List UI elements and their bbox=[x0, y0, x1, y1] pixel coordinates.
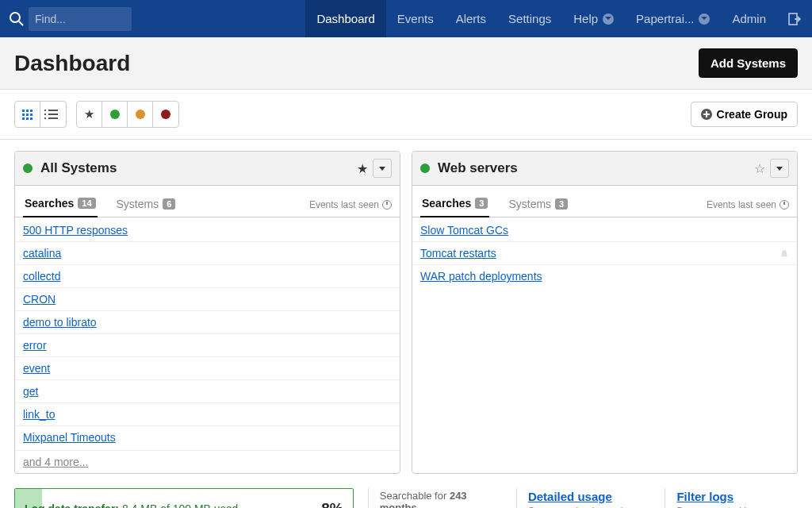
detailed-usage-block: Detailed usage See usage by day and syst… bbox=[516, 488, 651, 508]
status-dot-icon bbox=[136, 110, 145, 119]
toolbar: ★ Create Group bbox=[0, 90, 812, 140]
status-dot-icon bbox=[161, 110, 170, 119]
nav-label: Alerts bbox=[456, 12, 486, 25]
search-link[interactable]: Tomcat restarts bbox=[420, 247, 496, 260]
list-item: catalina bbox=[15, 242, 400, 265]
list-view-button[interactable] bbox=[40, 102, 66, 127]
list-item: error bbox=[15, 334, 400, 357]
more-link[interactable]: and 4 more... bbox=[15, 450, 400, 473]
tab-systems[interactable]: Systems 6 bbox=[115, 193, 178, 217]
nav-spacer bbox=[136, 0, 305, 37]
nav-item-papertrai-[interactable]: Papertrai... bbox=[625, 0, 721, 37]
tab-count-badge: 14 bbox=[78, 198, 95, 209]
nav-item-admin[interactable]: Admin bbox=[721, 0, 777, 37]
logout-button[interactable] bbox=[777, 0, 812, 37]
plus-circle-icon bbox=[701, 109, 712, 120]
search-link[interactable]: 500 HTTP responses bbox=[23, 224, 128, 237]
events-last-seen: Events last seen bbox=[707, 199, 789, 210]
card-title: Web servers bbox=[438, 160, 754, 176]
svg-line-1 bbox=[19, 21, 23, 25]
list-item: collectd bbox=[15, 265, 400, 288]
card-header: All Systems ★ bbox=[15, 152, 400, 186]
favorite-star-button[interactable]: ☆ bbox=[754, 161, 765, 176]
searches-list: 500 HTTP responsescatalinacollectdCRONde… bbox=[15, 217, 400, 450]
tab-count-badge: 3 bbox=[555, 198, 568, 210]
list-icon bbox=[48, 110, 58, 119]
card-web-servers: Web servers ☆ Searches 3 Systems 3 Event… bbox=[412, 151, 798, 474]
search-link[interactable]: demo to librato bbox=[23, 316, 97, 329]
filter-group: ★ bbox=[76, 101, 179, 128]
tab-label: Searches bbox=[25, 197, 74, 210]
usage-text: Log data transfer: 8.4 MB of 100 MB used bbox=[25, 502, 238, 508]
nav-item-dashboard[interactable]: Dashboard bbox=[305, 0, 385, 37]
usage-percent: 8% bbox=[321, 500, 343, 508]
grid-view-button[interactable] bbox=[15, 102, 40, 127]
list-item: demo to librato bbox=[15, 311, 400, 334]
svg-point-0 bbox=[10, 13, 20, 22]
nav-label: Events bbox=[397, 12, 434, 25]
search-link[interactable]: CRON bbox=[23, 293, 56, 306]
card-menu-button[interactable] bbox=[373, 159, 392, 178]
toolbar-left: ★ bbox=[14, 101, 179, 128]
page-header: Dashboard Add Systems bbox=[0, 37, 812, 90]
search-icon bbox=[8, 10, 25, 28]
search-link[interactable]: WAR patch deployments bbox=[420, 270, 542, 283]
search-link[interactable]: event bbox=[23, 362, 50, 375]
favorite-star-button[interactable]: ★ bbox=[357, 161, 368, 176]
tab-systems[interactable]: Systems 3 bbox=[507, 193, 569, 217]
list-item: Slow Tomcat GCs bbox=[412, 219, 797, 242]
tab-searches[interactable]: Searches 3 bbox=[420, 192, 489, 217]
clock-icon bbox=[779, 200, 789, 210]
create-group-button[interactable]: Create Group bbox=[691, 102, 798, 127]
tab-label: Systems bbox=[117, 198, 159, 210]
tab-count-badge: 6 bbox=[163, 198, 175, 210]
status-dot-icon bbox=[420, 164, 430, 173]
filter-logs-block: Filter logs Drop unwanted log messages bbox=[665, 488, 798, 508]
nav-item-help[interactable]: Help bbox=[562, 0, 625, 37]
list-item: link_to bbox=[15, 403, 400, 426]
nav-item-alerts[interactable]: Alerts bbox=[445, 0, 497, 37]
search-link[interactable]: Slow Tomcat GCs bbox=[420, 224, 508, 237]
search-link[interactable]: error bbox=[23, 339, 47, 352]
filter-starred-button[interactable]: ★ bbox=[77, 102, 102, 127]
tab-count-badge: 3 bbox=[475, 198, 488, 209]
nav-item-settings[interactable]: Settings bbox=[497, 0, 562, 37]
nav-label: Dashboard bbox=[316, 12, 374, 25]
search-link[interactable]: Mixpanel Timeouts bbox=[23, 431, 116, 444]
card-title: All Systems bbox=[40, 160, 357, 176]
list-item: CRON bbox=[15, 288, 400, 311]
searches-list: Slow Tomcat GCsTomcat restartsWAR patch … bbox=[412, 217, 797, 289]
tab-searches[interactable]: Searches 14 bbox=[23, 192, 98, 217]
add-systems-button[interactable]: Add Systems bbox=[699, 48, 798, 78]
create-group-label: Create Group bbox=[717, 108, 787, 121]
status-dot-icon bbox=[23, 164, 33, 173]
bell-icon bbox=[779, 248, 789, 258]
chevron-down-icon bbox=[603, 13, 614, 25]
clock-icon bbox=[382, 200, 392, 210]
search-link[interactable]: collectd bbox=[23, 270, 60, 283]
status-dot-icon bbox=[110, 110, 120, 119]
detailed-usage-link[interactable]: Detailed usage bbox=[528, 490, 651, 503]
nav-label: Admin bbox=[732, 12, 766, 25]
search-link[interactable]: get bbox=[23, 385, 38, 398]
list-item: event bbox=[15, 357, 400, 380]
list-item: Mixpanel Timeouts bbox=[15, 426, 400, 448]
nav-label: Settings bbox=[508, 12, 551, 25]
filter-status-button-0[interactable] bbox=[102, 102, 128, 127]
nav-label: Papertrai... bbox=[636, 12, 694, 25]
card-tabs: Searches 3 Systems 3 Events last seen bbox=[412, 186, 797, 217]
filter-logs-link[interactable]: Filter logs bbox=[676, 490, 798, 503]
card-header: Web servers ☆ bbox=[412, 152, 797, 186]
nav-item-events[interactable]: Events bbox=[386, 0, 445, 37]
tab-label: Systems bbox=[508, 198, 551, 210]
search-input[interactable] bbox=[29, 7, 132, 31]
list-item: get bbox=[15, 380, 400, 403]
search-link[interactable]: catalina bbox=[23, 247, 61, 260]
filter-status-button-1[interactable] bbox=[128, 102, 153, 127]
card-menu-button[interactable] bbox=[770, 159, 789, 178]
filter-status-button-2[interactable] bbox=[153, 102, 178, 127]
nav-label: Help bbox=[573, 12, 598, 25]
search-link[interactable]: link_to bbox=[23, 408, 55, 421]
view-toggle bbox=[14, 101, 67, 128]
cards-row: All Systems ★ Searches 14 Systems 6 Even… bbox=[0, 140, 812, 477]
